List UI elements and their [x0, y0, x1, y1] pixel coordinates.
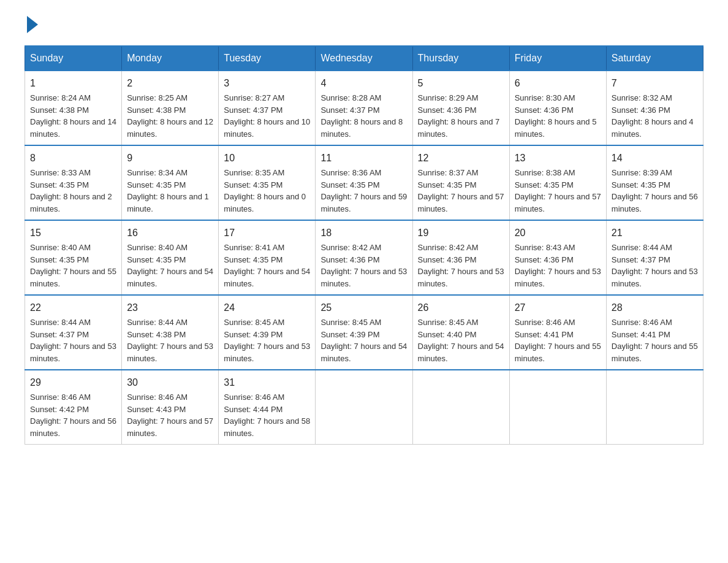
calendar-cell: 17Sunrise: 8:41 AMSunset: 4:35 PMDayligh… [219, 220, 316, 295]
day-info: Sunrise: 8:28 AMSunset: 4:37 PMDaylight:… [320, 93, 403, 139]
day-number: 3 [224, 76, 310, 91]
calendar-cell: 26Sunrise: 8:45 AMSunset: 4:40 PMDayligh… [412, 295, 509, 370]
day-info: Sunrise: 8:32 AMSunset: 4:36 PMDaylight:… [612, 93, 694, 139]
day-number: 7 [612, 76, 698, 91]
calendar-cell: 1Sunrise: 8:24 AMSunset: 4:38 PMDaylight… [25, 71, 122, 145]
day-info: Sunrise: 8:40 AMSunset: 4:35 PMDaylight:… [127, 243, 213, 288]
day-number: 21 [612, 226, 698, 240]
day-number: 9 [127, 151, 213, 166]
day-number: 10 [224, 151, 310, 166]
day-number: 8 [30, 151, 116, 166]
day-number: 29 [30, 375, 116, 390]
day-info: Sunrise: 8:46 AMSunset: 4:42 PMDaylight:… [30, 393, 116, 438]
day-number: 26 [418, 301, 504, 315]
calendar-cell [412, 370, 509, 445]
day-number: 20 [515, 226, 601, 240]
day-number: 13 [515, 151, 601, 166]
day-number: 17 [224, 226, 310, 240]
day-info: Sunrise: 8:42 AMSunset: 4:36 PMDaylight:… [418, 243, 504, 288]
day-number: 27 [515, 301, 601, 315]
weekday-header-wednesday: Wednesday [316, 46, 412, 71]
calendar-cell: 16Sunrise: 8:40 AMSunset: 4:35 PMDayligh… [122, 220, 219, 295]
day-info: Sunrise: 8:27 AMSunset: 4:37 PMDaylight:… [224, 93, 310, 139]
day-info: Sunrise: 8:24 AMSunset: 4:38 PMDaylight:… [30, 93, 116, 139]
day-number: 6 [515, 76, 601, 91]
day-info: Sunrise: 8:42 AMSunset: 4:36 PMDaylight:… [320, 243, 407, 288]
calendar-cell: 23Sunrise: 8:44 AMSunset: 4:38 PMDayligh… [122, 295, 219, 370]
weekday-header-friday: Friday [509, 46, 606, 71]
calendar-cell: 9Sunrise: 8:34 AMSunset: 4:35 PMDaylight… [122, 145, 219, 220]
day-info: Sunrise: 8:34 AMSunset: 4:35 PMDaylight:… [127, 168, 209, 213]
day-info: Sunrise: 8:40 AMSunset: 4:35 PMDaylight:… [30, 243, 116, 288]
calendar-week-row: 22Sunrise: 8:44 AMSunset: 4:37 PMDayligh… [25, 295, 703, 370]
day-number: 28 [612, 301, 698, 315]
day-number: 30 [127, 375, 213, 390]
calendar-cell: 11Sunrise: 8:36 AMSunset: 4:35 PMDayligh… [316, 145, 412, 220]
calendar-cell: 21Sunrise: 8:44 AMSunset: 4:37 PMDayligh… [606, 220, 703, 295]
day-number: 5 [418, 76, 504, 91]
day-info: Sunrise: 8:46 AMSunset: 4:41 PMDaylight:… [612, 318, 698, 363]
day-info: Sunrise: 8:45 AMSunset: 4:39 PMDaylight:… [320, 318, 407, 363]
day-number: 11 [320, 151, 407, 166]
day-number: 12 [418, 151, 504, 166]
calendar-table: SundayMondayTuesdayWednesdayThursdayFrid… [25, 45, 703, 445]
calendar-week-row: 15Sunrise: 8:40 AMSunset: 4:35 PMDayligh… [25, 220, 703, 295]
calendar-cell: 12Sunrise: 8:37 AMSunset: 4:35 PMDayligh… [412, 145, 509, 220]
calendar-cell: 5Sunrise: 8:29 AMSunset: 4:36 PMDaylight… [412, 71, 509, 145]
day-number: 14 [612, 151, 698, 166]
weekday-header-sunday: Sunday [25, 46, 122, 71]
day-number: 18 [320, 226, 407, 240]
calendar-cell: 25Sunrise: 8:45 AMSunset: 4:39 PMDayligh… [316, 295, 412, 370]
calendar-cell: 15Sunrise: 8:40 AMSunset: 4:35 PMDayligh… [25, 220, 122, 295]
calendar-cell: 4Sunrise: 8:28 AMSunset: 4:37 PMDaylight… [316, 71, 412, 145]
calendar-cell: 30Sunrise: 8:46 AMSunset: 4:43 PMDayligh… [122, 370, 219, 445]
calendar-cell: 6Sunrise: 8:30 AMSunset: 4:36 PMDaylight… [509, 71, 606, 145]
calendar-header-row: SundayMondayTuesdayWednesdayThursdayFrid… [25, 46, 703, 71]
day-number: 25 [320, 301, 407, 315]
day-number: 19 [418, 226, 504, 240]
day-info: Sunrise: 8:44 AMSunset: 4:37 PMDaylight:… [30, 318, 116, 363]
day-number: 24 [224, 301, 310, 315]
day-number: 15 [30, 226, 116, 240]
calendar-cell [316, 370, 412, 445]
weekday-header-saturday: Saturday [606, 46, 703, 71]
calendar-cell: 3Sunrise: 8:27 AMSunset: 4:37 PMDaylight… [219, 71, 316, 145]
weekday-header-thursday: Thursday [412, 46, 509, 71]
page-header [25, 18, 703, 33]
day-info: Sunrise: 8:39 AMSunset: 4:35 PMDaylight:… [612, 168, 698, 213]
day-info: Sunrise: 8:46 AMSunset: 4:43 PMDaylight:… [127, 393, 213, 438]
calendar-cell: 29Sunrise: 8:46 AMSunset: 4:42 PMDayligh… [25, 370, 122, 445]
calendar-cell: 8Sunrise: 8:33 AMSunset: 4:35 PMDaylight… [25, 145, 122, 220]
day-number: 2 [127, 76, 213, 91]
calendar-cell: 31Sunrise: 8:46 AMSunset: 4:44 PMDayligh… [219, 370, 316, 445]
day-info: Sunrise: 8:36 AMSunset: 4:35 PMDaylight:… [320, 168, 407, 213]
weekday-header-tuesday: Tuesday [219, 46, 316, 71]
calendar-cell: 13Sunrise: 8:38 AMSunset: 4:35 PMDayligh… [509, 145, 606, 220]
day-info: Sunrise: 8:41 AMSunset: 4:35 PMDaylight:… [224, 243, 310, 288]
calendar-cell [606, 370, 703, 445]
day-info: Sunrise: 8:38 AMSunset: 4:35 PMDaylight:… [515, 168, 601, 213]
calendar-cell: 22Sunrise: 8:44 AMSunset: 4:37 PMDayligh… [25, 295, 122, 370]
calendar-cell: 27Sunrise: 8:46 AMSunset: 4:41 PMDayligh… [509, 295, 606, 370]
calendar-cell: 10Sunrise: 8:35 AMSunset: 4:35 PMDayligh… [219, 145, 316, 220]
day-info: Sunrise: 8:46 AMSunset: 4:44 PMDaylight:… [224, 393, 310, 438]
calendar-cell: 14Sunrise: 8:39 AMSunset: 4:35 PMDayligh… [606, 145, 703, 220]
calendar-cell: 20Sunrise: 8:43 AMSunset: 4:36 PMDayligh… [509, 220, 606, 295]
calendar-cell: 7Sunrise: 8:32 AMSunset: 4:36 PMDaylight… [606, 71, 703, 145]
day-info: Sunrise: 8:35 AMSunset: 4:35 PMDaylight:… [224, 168, 306, 213]
day-number: 1 [30, 76, 116, 91]
calendar-cell [509, 370, 606, 445]
day-info: Sunrise: 8:46 AMSunset: 4:41 PMDaylight:… [515, 318, 601, 363]
calendar-week-row: 1Sunrise: 8:24 AMSunset: 4:38 PMDaylight… [25, 71, 703, 145]
day-info: Sunrise: 8:29 AMSunset: 4:36 PMDaylight:… [418, 93, 500, 139]
logo-arrow-icon [27, 16, 38, 33]
calendar-week-row: 8Sunrise: 8:33 AMSunset: 4:35 PMDaylight… [25, 145, 703, 220]
day-number: 31 [224, 375, 310, 390]
weekday-header-monday: Monday [122, 46, 219, 71]
day-info: Sunrise: 8:25 AMSunset: 4:38 PMDaylight:… [127, 93, 213, 139]
day-info: Sunrise: 8:45 AMSunset: 4:39 PMDaylight:… [224, 318, 310, 363]
day-info: Sunrise: 8:33 AMSunset: 4:35 PMDaylight:… [30, 168, 112, 213]
calendar-cell: 18Sunrise: 8:42 AMSunset: 4:36 PMDayligh… [316, 220, 412, 295]
logo [25, 18, 38, 33]
calendar-cell: 2Sunrise: 8:25 AMSunset: 4:38 PMDaylight… [122, 71, 219, 145]
